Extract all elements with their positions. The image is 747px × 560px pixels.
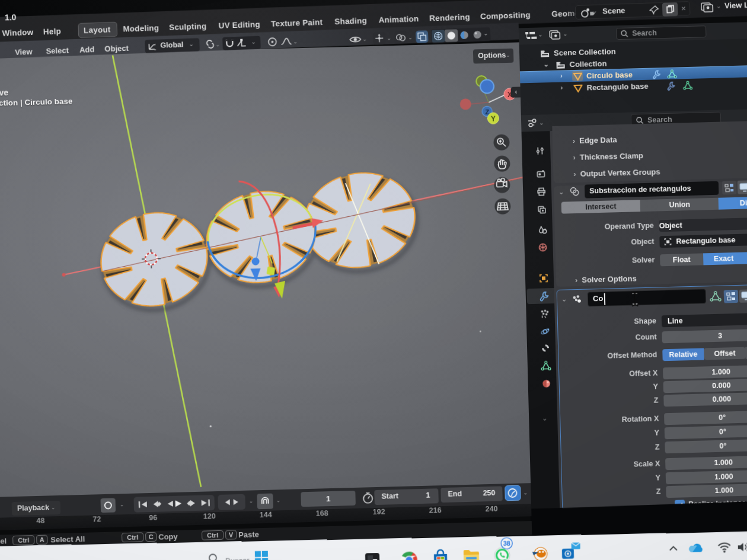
- svg-text:38: 38: [503, 540, 510, 547]
- svg-text:Y: Y: [491, 115, 496, 123]
